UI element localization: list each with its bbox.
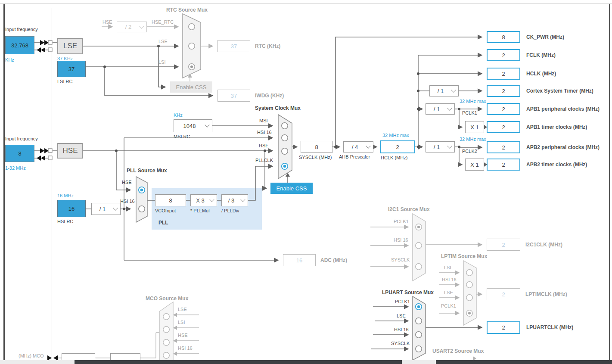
- apb2-timer-label: APB2 timer clocks (MHz): [526, 162, 587, 168]
- hclk-out-value-field[interactable]: 2: [487, 68, 520, 80]
- hsi-divider-dropdown[interactable]: / 1: [91, 203, 121, 215]
- apb1-timer-multiplier: X 1: [465, 121, 484, 133]
- rtc-clock-label: RTC (KHz): [255, 43, 280, 49]
- hse-input-frequency-field[interactable]: 8: [5, 145, 34, 162]
- sysmux-enable-css-button[interactable]: Enable CSS: [270, 183, 313, 194]
- sysmux-radio-hse[interactable]: [282, 148, 288, 154]
- mco-radio-hse[interactable]: [163, 339, 169, 345]
- lpuart-radio-hsi16[interactable]: [416, 332, 422, 338]
- apb1-peripheral-label: APB1 peripheral clocks (MHz): [526, 106, 600, 112]
- horizontal-scrollbar-thumb[interactable]: [75, 360, 402, 364]
- apb2-peripheral-label: APB2 peripheral clocks (MHz): [526, 144, 600, 150]
- sysmux-radio-msi[interactable]: [282, 123, 288, 129]
- lpuartclk-label: LPUARTCLK (MHz): [526, 324, 573, 330]
- lptimclk-label: LPTIMCLK (MHz): [525, 291, 567, 297]
- pll-hse-wire-label: HSE: [122, 180, 132, 185]
- cortex-timer-divider-value: / 1: [438, 88, 444, 94]
- ck-pwr-label: CK_PWR (MHz): [526, 34, 564, 40]
- pll-mul-label: * PLLMul: [190, 208, 210, 213]
- lptim-lsi-wire-label: LSI: [444, 265, 451, 270]
- hsi-divider-value: / 1: [99, 206, 106, 212]
- chevron-down-icon: [366, 143, 370, 148]
- i2c1-radio-pclk1-dot: [417, 226, 420, 228]
- lptim-lse-wire-label: LSE: [444, 290, 453, 295]
- hse-range-label: 1-32 MHz: [5, 165, 26, 171]
- hse-oscillator-block: HSE: [57, 143, 83, 159]
- apb2-max-label: 32 MHz max: [460, 137, 486, 142]
- i2c1clk-value: 2: [487, 239, 520, 251]
- apb2-timer-multiplier: X 1: [465, 159, 484, 171]
- apb2-prescaler-dropdown[interactable]: / 1: [426, 141, 455, 152]
- mco-lsi-wire-label: LSI: [178, 320, 185, 325]
- usart2-mux-title: USART2 Source Mux: [432, 348, 484, 354]
- mco-radio-lse[interactable]: [163, 314, 169, 320]
- rtc-hse-divider-dropdown[interactable]: / 2: [117, 22, 147, 32]
- chevron-down-icon: [113, 205, 118, 210]
- lse-input-frequency-field[interactable]: 32.768: [5, 36, 34, 54]
- cortex-timer-divider-dropdown[interactable]: / 1: [429, 85, 459, 96]
- pclk2-wire-label: PCLK2: [462, 149, 477, 154]
- hclk-value-field[interactable]: 2: [380, 140, 415, 153]
- sysclk-label: SYSCLK (MHz): [299, 155, 332, 160]
- ck-pwr-value-field[interactable]: 8: [487, 31, 520, 43]
- chevron-down-icon: [447, 106, 452, 110]
- chevron-down-icon: [447, 143, 452, 148]
- lsi-rc-label: LSI RC: [57, 79, 72, 84]
- mco-pin-label: (MHz) MCO: [19, 353, 44, 358]
- pllmux-radio-hsi16[interactable]: [139, 206, 145, 212]
- pll-mul-dropdown[interactable]: X 3: [190, 194, 217, 206]
- ahb-prescaler-value: / 4: [352, 144, 358, 150]
- chevron-down-icon: [205, 122, 209, 127]
- iwdg-clock-label: IWDG (KHz): [255, 93, 284, 99]
- i2c1-radio-hsi16[interactable]: [416, 243, 422, 249]
- apb1-prescaler-dropdown[interactable]: / 1: [426, 103, 455, 115]
- lptim-radio-lsi[interactable]: [466, 270, 472, 276]
- sysmux-msi-wire-label: MSI: [259, 118, 268, 123]
- apb2-peripheral-value-field[interactable]: 2: [487, 141, 520, 153]
- msi-frequency-dropdown[interactable]: 1048: [174, 119, 212, 132]
- rtc-mux-radio-hse-rtc[interactable]: [189, 24, 195, 30]
- chevron-down-icon: [209, 197, 214, 202]
- sysclk-value: 8: [301, 141, 332, 153]
- mco-mux-title: MCO Source Mux: [146, 296, 188, 302]
- cortex-timer-label: Cortex System Timer (MHz): [526, 88, 593, 94]
- pll-div-label: / PLLDiv: [221, 208, 239, 213]
- lptim-pclk1-wire-label: PCLK1: [441, 303, 456, 308]
- cortex-timer-value-field[interactable]: 2: [487, 85, 520, 97]
- ahb-prescaler-dropdown[interactable]: / 4: [343, 141, 373, 152]
- apb2-timer-value-field[interactable]: 2: [487, 159, 520, 171]
- right-frame-border: [609, 4, 610, 360]
- mco-radio-lsi[interactable]: [163, 327, 169, 333]
- chevron-down-icon: [139, 24, 144, 28]
- mco-radio-hsi16[interactable]: [163, 352, 169, 358]
- lptim-radio-lse[interactable]: [466, 295, 472, 301]
- sysmux-radio-hsi16[interactable]: [282, 135, 288, 141]
- fclk-label: FCLK (MHz): [526, 52, 556, 58]
- hsi-rc-value[interactable]: 16: [57, 200, 86, 217]
- lsi-rc-value[interactable]: 37: [57, 61, 86, 77]
- sysmux-hse-wire-label: HSE: [259, 143, 269, 148]
- apb1-max-label: 32 MHz max: [460, 99, 486, 104]
- rtc-mux-radio-lse[interactable]: [189, 43, 195, 49]
- lse-input-unit-label: KHz: [5, 57, 14, 62]
- clock-configuration-canvas: Input frequency 32.768 KHz LSE 37 KHz 37…: [0, 0, 612, 364]
- i2c1-radio-sysclk[interactable]: [416, 264, 422, 270]
- rtc-enable-css-button[interactable]: Enable CSS: [170, 81, 212, 93]
- fclk-value-field[interactable]: 2: [487, 49, 520, 61]
- lptim-radio-pclk1-dot: [468, 312, 471, 314]
- i2c1clk-label: I2C1CLK (MHz): [525, 242, 562, 248]
- lpuart-radio-lse[interactable]: [416, 318, 422, 324]
- lpuartclk-value-field[interactable]: 2: [487, 321, 520, 334]
- pllmux-radio-hse-dot: [140, 189, 143, 191]
- apb1-timer-value-field[interactable]: 2: [487, 121, 520, 133]
- lpuart-pclk1-wire-label: PCLK1: [395, 299, 410, 304]
- lptim-radio-hsi16[interactable]: [466, 282, 472, 288]
- sysmux-hsi16-wire-label: HSI 16: [257, 130, 272, 135]
- adc-clock-value: 16: [283, 254, 316, 266]
- pll-div-dropdown[interactable]: / 3: [221, 194, 248, 206]
- horizontal-scrollbar-thumb-right[interactable]: [436, 360, 612, 364]
- apb1-peripheral-value-field[interactable]: 2: [487, 103, 520, 115]
- lpuart-radio-sysclk[interactable]: [416, 346, 422, 352]
- rtc-hse-divider-value: / 2: [125, 24, 131, 30]
- pll-vco-input-value: 8: [155, 194, 186, 206]
